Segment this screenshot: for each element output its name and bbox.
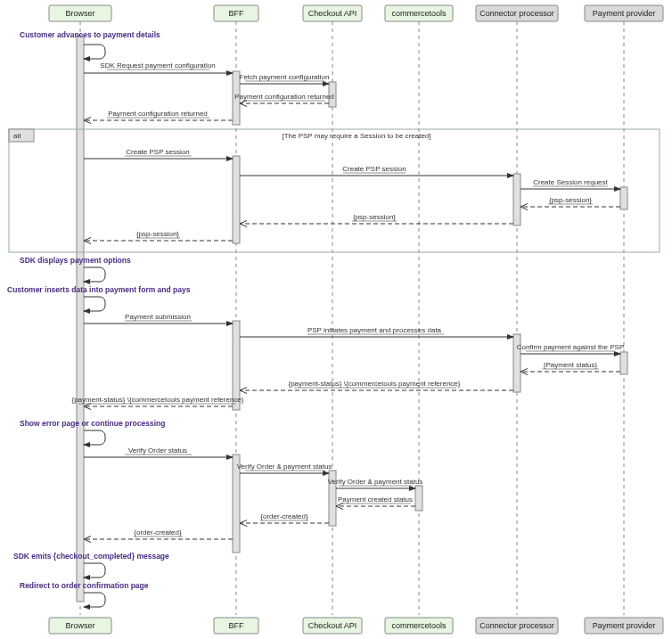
svg-rect-23 bbox=[620, 187, 627, 209]
msg-payment-status-1: {Payment status} bbox=[544, 361, 598, 369]
msg-config-returned-1: Payment configuration returned bbox=[234, 93, 334, 101]
note-error-or-continue: Show error page or continue processing bbox=[20, 419, 165, 428]
msg-create-psp-1: Create PSP session bbox=[126, 148, 189, 156]
msg-payment-status-3: {payment-status} \{commercetools payment… bbox=[72, 396, 244, 404]
svg-text:Payment provider: Payment provider bbox=[593, 621, 656, 630]
note-customer-inserts: Customer inserts data into payment form … bbox=[7, 285, 191, 294]
sequence-diagram: Browser BFF Checkout API commercetools C… bbox=[0, 0, 672, 639]
msg-order-created-1: {order-created} bbox=[260, 512, 308, 520]
participant-commercetools: commercetools bbox=[385, 5, 453, 21]
participant-bff-bottom: BFF bbox=[214, 618, 258, 634]
msg-fetch-config: Fetch payment configuration bbox=[240, 73, 330, 81]
note-sdk-emits: SDK emits {checkout_completed} message bbox=[13, 552, 169, 561]
msg-order-created-2: {order-created} bbox=[134, 528, 182, 537]
participant-psp-bottom: Payment provider bbox=[585, 618, 663, 634]
participant-browser: Browser bbox=[49, 5, 111, 21]
participant-browser-bottom: Browser bbox=[49, 618, 111, 634]
participant-checkout-api: Checkout API bbox=[303, 5, 362, 21]
note-display-options: SDK displays payment options bbox=[20, 256, 131, 265]
msg-verify-order-2: Verify Order & payment status bbox=[237, 463, 332, 471]
msg-payment-created: Payment created status bbox=[338, 496, 413, 504]
msg-verify-order-1: Verify Order status bbox=[128, 446, 187, 455]
svg-text:Payment provider: Payment provider bbox=[593, 9, 656, 18]
msg-psp-session-1: {psp-session} bbox=[549, 196, 592, 204]
participant-checkout-api-bottom: Checkout API bbox=[303, 618, 362, 634]
alt-fragment bbox=[9, 129, 660, 252]
msg-create-psp-2: Create PSP session bbox=[342, 165, 406, 173]
msg-config-returned-2: Payment configuration returned bbox=[108, 110, 208, 118]
msg-psp-initiates: PSP initiates payment and processes data bbox=[307, 326, 442, 334]
msg-payment-submission: Payment submission bbox=[125, 313, 191, 321]
svg-rect-22 bbox=[513, 174, 520, 225]
svg-text:Browser: Browser bbox=[65, 621, 94, 630]
msg-verify-order-3: Verify Order & payment status bbox=[328, 478, 423, 486]
alt-label: alt bbox=[13, 132, 21, 140]
note-customer-advances: Customer advances to payment details bbox=[20, 30, 160, 39]
msg-psp-session-2: {psp-session} bbox=[353, 213, 396, 221]
svg-rect-29 bbox=[415, 486, 422, 511]
msg-psp-session-3: {psp-session} bbox=[136, 230, 179, 238]
msg-create-session-req: Create Session request bbox=[533, 178, 608, 186]
msg-confirm-payment: Confirm payment against the PSP bbox=[517, 343, 625, 351]
participant-connector-bottom: Connector processor bbox=[476, 618, 558, 634]
svg-text:BFF: BFF bbox=[229, 9, 245, 18]
participant-connector: Connector processor bbox=[476, 5, 558, 21]
svg-text:Connector processor: Connector processor bbox=[479, 621, 554, 630]
svg-text:Checkout API: Checkout API bbox=[308, 9, 357, 18]
svg-text:Checkout API: Checkout API bbox=[308, 621, 357, 630]
svg-text:BFF: BFF bbox=[229, 621, 245, 630]
msg-request-config: SDK Request payment configuration bbox=[100, 61, 215, 70]
svg-text:commercetools: commercetools bbox=[391, 621, 447, 630]
svg-text:commercetools: commercetools bbox=[391, 9, 447, 18]
msg-payment-status-2: {payment-status} \{commercetools payment… bbox=[289, 380, 461, 388]
svg-text:Connector processor: Connector processor bbox=[479, 9, 554, 18]
svg-rect-26 bbox=[620, 352, 627, 374]
participant-psp: Payment provider bbox=[585, 5, 663, 21]
svg-text:Browser: Browser bbox=[65, 9, 94, 18]
svg-rect-21 bbox=[233, 156, 240, 243]
participant-commercetools-bottom: commercetools bbox=[385, 618, 453, 634]
svg-rect-18 bbox=[77, 36, 84, 602]
participant-bff: BFF bbox=[214, 5, 258, 21]
note-redirect: Redirect to order confirmation page bbox=[20, 581, 149, 590]
alt-condition: [The PSP may require a Session to be cre… bbox=[282, 132, 430, 140]
